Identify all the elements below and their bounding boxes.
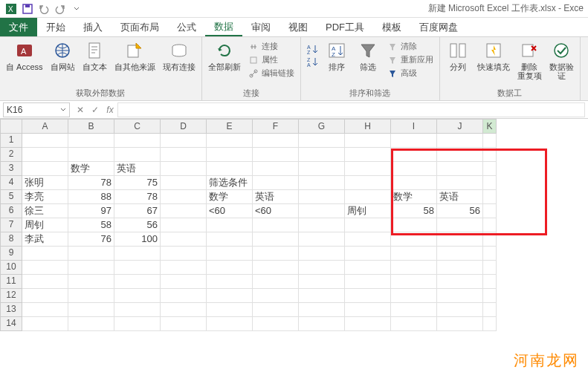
- cell-B9[interactable]: [68, 247, 114, 261]
- cell-F11[interactable]: [253, 275, 299, 289]
- cell-B3[interactable]: 数学: [68, 162, 114, 176]
- tab-insert[interactable]: 插入: [74, 18, 112, 36]
- cell-H3[interactable]: [345, 162, 391, 176]
- row-header-4[interactable]: 4: [0, 176, 22, 190]
- flash-fill-button[interactable]: 快速填充: [474, 39, 513, 73]
- cell-G1[interactable]: [299, 134, 345, 148]
- cell-K1[interactable]: [483, 134, 497, 148]
- cell-C1[interactable]: [114, 134, 161, 148]
- cell-K8[interactable]: [483, 232, 497, 247]
- advanced-filter-button[interactable]: 高级: [384, 67, 436, 79]
- cell-K5[interactable]: [483, 190, 497, 204]
- cell-A9[interactable]: [22, 247, 68, 261]
- cell-D10[interactable]: [161, 261, 207, 275]
- row-header-5[interactable]: 5: [0, 190, 22, 204]
- cell-I10[interactable]: [391, 261, 437, 275]
- cell-E13[interactable]: [207, 303, 253, 317]
- cell-B8[interactable]: 76: [68, 232, 114, 247]
- tab-file[interactable]: 文件: [0, 18, 37, 36]
- cell-H11[interactable]: [345, 275, 391, 289]
- cell-B10[interactable]: [68, 261, 114, 275]
- cell-C8[interactable]: 100: [114, 232, 161, 247]
- cell-G4[interactable]: [299, 176, 345, 190]
- cell-D13[interactable]: [161, 303, 207, 317]
- row-header-13[interactable]: 13: [0, 303, 22, 317]
- cell-F1[interactable]: [253, 134, 299, 148]
- cell-B13[interactable]: [68, 303, 114, 317]
- cell-F5[interactable]: 英语: [253, 190, 299, 204]
- sort-az-button[interactable]: AZ: [304, 43, 320, 55]
- tab-home[interactable]: 开始: [37, 18, 74, 36]
- refresh-all-button[interactable]: 全部刷新: [205, 39, 244, 73]
- row-header-1[interactable]: 1: [0, 134, 22, 148]
- cell-G5[interactable]: [299, 190, 345, 204]
- cell-J14[interactable]: [437, 317, 483, 331]
- tab-pdf[interactable]: PDF工具: [317, 18, 373, 36]
- cell-D12[interactable]: [161, 289, 207, 303]
- qat-dropdown-icon[interactable]: [70, 2, 83, 16]
- cell-J12[interactable]: [437, 289, 483, 303]
- cell-E14[interactable]: [207, 317, 253, 331]
- cell-I6[interactable]: 58: [391, 204, 437, 218]
- cell-A12[interactable]: [22, 289, 68, 303]
- formula-bar[interactable]: [117, 102, 585, 117]
- cell-J3[interactable]: [437, 162, 483, 176]
- cell-E4[interactable]: 筛选条件: [207, 176, 253, 190]
- cell-I4[interactable]: [391, 176, 437, 190]
- edit-links-button[interactable]: 编辑链接: [245, 67, 297, 79]
- cell-H9[interactable]: [345, 247, 391, 261]
- cell-A11[interactable]: [22, 275, 68, 289]
- tab-page-layout[interactable]: 页面布局: [112, 18, 168, 36]
- cell-A10[interactable]: [22, 261, 68, 275]
- cell-J1[interactable]: [437, 134, 483, 148]
- cell-E12[interactable]: [207, 289, 253, 303]
- tab-data[interactable]: 数据: [205, 18, 242, 36]
- cell-A14[interactable]: [22, 317, 68, 331]
- cell-D6[interactable]: [161, 204, 207, 218]
- cell-K2[interactable]: [483, 148, 497, 162]
- cell-E9[interactable]: [207, 247, 253, 261]
- cell-E10[interactable]: [207, 261, 253, 275]
- cell-C7[interactable]: 56: [114, 218, 161, 232]
- from-access-button[interactable]: A自 Access: [3, 39, 46, 73]
- cell-B4[interactable]: 78: [68, 176, 114, 190]
- cell-H2[interactable]: [345, 148, 391, 162]
- cell-A2[interactable]: [22, 148, 68, 162]
- row-header-10[interactable]: 10: [0, 261, 22, 275]
- filter-button[interactable]: 筛选: [353, 39, 383, 73]
- cell-C11[interactable]: [114, 275, 161, 289]
- cell-D4[interactable]: [161, 176, 207, 190]
- from-web-button[interactable]: 自网站: [48, 39, 78, 73]
- cell-I11[interactable]: [391, 275, 437, 289]
- cell-F10[interactable]: [253, 261, 299, 275]
- row-header-3[interactable]: 3: [0, 162, 22, 176]
- cell-E11[interactable]: [207, 275, 253, 289]
- cell-A13[interactable]: [22, 303, 68, 317]
- enter-icon[interactable]: ✓: [89, 104, 101, 116]
- cell-D5[interactable]: [161, 190, 207, 204]
- cell-C5[interactable]: 78: [114, 190, 161, 204]
- col-header-J[interactable]: J: [437, 119, 483, 134]
- cell-G12[interactable]: [299, 289, 345, 303]
- cell-E3[interactable]: [207, 162, 253, 176]
- cell-C4[interactable]: 75: [114, 176, 161, 190]
- cell-K10[interactable]: [483, 261, 497, 275]
- cell-A4[interactable]: 张明: [22, 176, 68, 190]
- cell-D14[interactable]: [161, 317, 207, 331]
- cell-B2[interactable]: [68, 148, 114, 162]
- cell-K14[interactable]: [483, 317, 497, 331]
- clear-filter-button[interactable]: 清除: [384, 40, 436, 53]
- col-header-K[interactable]: K: [483, 119, 497, 134]
- remove-duplicates-button[interactable]: 删除 重复项: [514, 39, 545, 82]
- cell-I14[interactable]: [391, 317, 437, 331]
- cell-K12[interactable]: [483, 289, 497, 303]
- cell-F7[interactable]: [253, 218, 299, 232]
- cell-F8[interactable]: [253, 232, 299, 247]
- cell-B14[interactable]: [68, 317, 114, 331]
- cell-I1[interactable]: [391, 134, 437, 148]
- cell-E5[interactable]: 数学: [207, 190, 253, 204]
- cell-I7[interactable]: [391, 218, 437, 232]
- cell-H10[interactable]: [345, 261, 391, 275]
- tab-template[interactable]: 模板: [373, 18, 410, 36]
- cell-E1[interactable]: [207, 134, 253, 148]
